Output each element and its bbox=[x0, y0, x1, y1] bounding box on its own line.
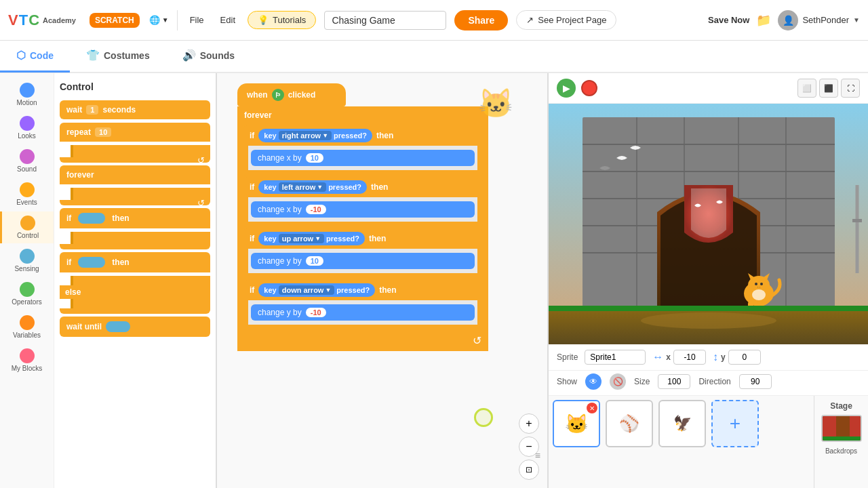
down-arrow-cond: key down arrow ▼ pressed? bbox=[258, 283, 375, 297]
tab-code[interactable]: ⬡ Code bbox=[0, 40, 70, 73]
if-down-arrow-block[interactable]: if key down arrow ▼ pressed? then bbox=[243, 280, 483, 330]
sprite-name-input[interactable] bbox=[585, 350, 646, 365]
if-label: if bbox=[66, 214, 71, 223]
stage-label-text: Stage bbox=[830, 401, 852, 411]
size-input[interactable] bbox=[658, 374, 690, 389]
stage-canvas bbox=[549, 104, 868, 344]
user-area[interactable]: 👤 SethPonder ▼ bbox=[778, 10, 860, 30]
zoom-reset-button[interactable]: ⊡ bbox=[519, 460, 539, 480]
change-y-neg10-block[interactable]: change y by -10 bbox=[251, 304, 475, 321]
forever-wrapper[interactable]: forever if key right arrow ▼ pressed? bbox=[237, 106, 488, 351]
forever-block[interactable]: forever bbox=[60, 165, 210, 184]
green-flag-button[interactable]: ▶ bbox=[557, 79, 576, 98]
add-sprite-button[interactable]: + bbox=[711, 400, 759, 447]
scratch-logo: SCRATCH bbox=[90, 13, 140, 28]
sensing-label: Sensing bbox=[14, 265, 39, 272]
svg-rect-28 bbox=[823, 436, 862, 442]
if-up-arrow-block[interactable]: if key up arrow ▼ pressed? then bbox=[243, 228, 483, 279]
if-left-arrow-block[interactable]: if key left arrow ▼ pressed? then bbox=[243, 177, 483, 227]
if-up-body: change y by 10 bbox=[248, 249, 477, 273]
sprite-thumb-baseball[interactable]: ⚾ bbox=[606, 400, 653, 447]
sound-label: Sound bbox=[17, 165, 37, 173]
category-operators[interactable]: Operators bbox=[0, 278, 54, 310]
svg-point-13 bbox=[755, 283, 757, 285]
direction-input[interactable] bbox=[739, 374, 772, 389]
y-arrows-icon: ↕ bbox=[713, 351, 718, 363]
sound-dot bbox=[20, 149, 35, 164]
show-eye-button[interactable]: 👁 bbox=[585, 373, 601, 390]
category-looks[interactable]: Looks bbox=[0, 112, 54, 144]
project-name-input[interactable] bbox=[324, 11, 446, 30]
large-stage-button[interactable]: ⬛ bbox=[819, 79, 838, 98]
backdrop-mini-svg bbox=[823, 416, 862, 442]
when-label: when bbox=[247, 90, 268, 100]
if-right-arrow-block[interactable]: if key right arrow ▼ pressed? then bbox=[243, 125, 483, 176]
stop-button[interactable] bbox=[581, 80, 597, 96]
fullscreen-button[interactable]: ⛶ bbox=[841, 79, 860, 98]
folder-button[interactable]: 📁 bbox=[756, 13, 771, 28]
main-area: Motion Looks Sound Events Control Sensin… bbox=[0, 73, 868, 488]
tab-costumes[interactable]: 👕 Costumes bbox=[70, 40, 166, 73]
if-block[interactable]: if then bbox=[60, 208, 210, 228]
sprite-delete-button[interactable]: ✕ bbox=[587, 403, 597, 413]
see-project-button[interactable]: ↗ See Project Page bbox=[516, 10, 616, 30]
val-10-pos: 10 bbox=[306, 153, 323, 163]
wait-seconds-label: seconds bbox=[102, 105, 136, 115]
val-10-y: 10 bbox=[306, 256, 323, 266]
scroll-indicator: ≡ bbox=[535, 450, 540, 461]
x-coord-group: ↔ x bbox=[652, 350, 706, 365]
sprite-thumb-bird[interactable]: 🦅 bbox=[658, 400, 706, 447]
myblocks-dot bbox=[20, 348, 35, 363]
change-x-10-block[interactable]: change x by 10 bbox=[251, 150, 475, 166]
file-menu-button[interactable]: File bbox=[186, 12, 208, 28]
right-arrow-dropdown[interactable]: right arrow ▼ bbox=[279, 131, 332, 140]
stage-backdrop-thumb[interactable] bbox=[821, 415, 862, 442]
looks-dot bbox=[20, 116, 35, 131]
category-variables[interactable]: Variables bbox=[0, 311, 54, 343]
looks-label: Looks bbox=[18, 132, 36, 140]
change-x-neg10-block[interactable]: change x by -10 bbox=[251, 201, 475, 218]
hat-block[interactable]: when 🏳 clicked bbox=[237, 83, 346, 106]
tutorials-button[interactable]: 💡 Tutorials bbox=[248, 11, 316, 29]
hide-eye-button[interactable]: 🚫 bbox=[610, 373, 626, 390]
lightbulb-icon: 💡 bbox=[258, 15, 269, 25]
share-button[interactable]: Share bbox=[454, 10, 508, 30]
zoom-in-button[interactable]: + bbox=[519, 413, 539, 434]
category-events[interactable]: Events bbox=[0, 178, 54, 210]
category-sensing[interactable]: Sensing bbox=[0, 245, 54, 277]
down-arrow-dropdown[interactable]: down arrow ▼ bbox=[279, 285, 335, 295]
y-value-input[interactable] bbox=[728, 350, 761, 365]
events-dot bbox=[20, 182, 35, 197]
category-motion[interactable]: Motion bbox=[0, 79, 54, 110]
sprite-thumb-cat[interactable]: ✕ 🐱 bbox=[553, 400, 600, 447]
edit-menu-button[interactable]: Edit bbox=[216, 12, 239, 28]
globe-button[interactable]: 🌐 ▼ bbox=[149, 15, 169, 25]
repeat-block[interactable]: repeat 10 bbox=[60, 123, 210, 142]
category-myblocks[interactable]: My Blocks bbox=[0, 344, 54, 376]
svg-rect-25 bbox=[852, 219, 862, 222]
change-y-10-block[interactable]: change y by 10 bbox=[251, 253, 475, 269]
sound-icon: 🔊 bbox=[182, 49, 196, 62]
scripts-area[interactable]: when 🏳 clicked forever if key bbox=[217, 73, 548, 488]
save-now-button[interactable]: Save Now bbox=[708, 15, 749, 25]
up-arrow-dropdown[interactable]: up arrow ▼ bbox=[279, 234, 324, 243]
val-neg10-y: -10 bbox=[306, 308, 326, 317]
forever-loop-footer: ↺ bbox=[237, 331, 488, 351]
stage-panel: ▶ ⬜ ⬛ ⛶ bbox=[548, 73, 868, 488]
small-stage-button[interactable]: ⬜ bbox=[797, 79, 816, 98]
tab-sounds[interactable]: 🔊 Sounds bbox=[166, 40, 251, 73]
x-value-input[interactable] bbox=[673, 350, 706, 365]
wait-until-block[interactable]: wait until bbox=[60, 317, 210, 337]
if-right-footer bbox=[243, 170, 483, 176]
top-nav-right: Save Now 📁 👤 SethPonder ▼ bbox=[708, 10, 860, 30]
if-else-block[interactable]: if then bbox=[60, 252, 210, 272]
wait-block[interactable]: wait 1 seconds bbox=[60, 100, 210, 119]
category-control[interactable]: Control bbox=[0, 211, 54, 243]
stage-label-panel: Stage Backdrops bbox=[814, 396, 868, 488]
category-sound[interactable]: Sound bbox=[0, 145, 54, 177]
operators-dot bbox=[20, 282, 35, 297]
svg-rect-23 bbox=[549, 306, 868, 311]
blocks-panel: Control wait 1 seconds repeat 10 ↺ forev… bbox=[54, 73, 216, 488]
left-arrow-dropdown[interactable]: left arrow ▼ bbox=[279, 182, 326, 192]
if-down-footer bbox=[243, 325, 483, 330]
